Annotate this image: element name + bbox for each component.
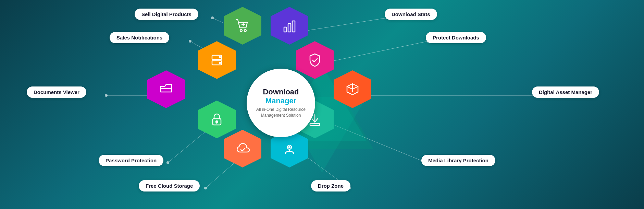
center-card: Download Manager All in-One Digital Reso… — [247, 69, 315, 137]
label-download-stats: Download Stats — [385, 9, 437, 20]
hex-folder — [147, 70, 185, 108]
svg-rect-34 — [292, 21, 295, 32]
label-digital-asset: Digital Asset Manager — [532, 86, 599, 98]
shield-icon — [307, 52, 323, 68]
label-protect-dl: Protect Downloads — [426, 32, 486, 43]
svg-line-6 — [332, 41, 428, 61]
cart-icon — [234, 18, 251, 34]
svg-rect-32 — [284, 27, 287, 32]
hex-cart — [224, 7, 261, 45]
svg-point-13 — [166, 161, 169, 164]
hex-storage — [198, 41, 236, 79]
svg-rect-33 — [288, 24, 291, 32]
svg-point-12 — [105, 94, 108, 97]
label-drop-zone: Drop Zone — [311, 180, 350, 191]
lock-icon — [209, 111, 225, 128]
label-free-cloud: Free Cloud Storage — [139, 180, 200, 191]
cloud-icon — [234, 140, 251, 157]
box-icon — [344, 81, 361, 97]
main-background: Download Manager All in-One Digital Reso… — [0, 0, 644, 209]
label-sell-digital: Sell Digital Products — [135, 9, 198, 20]
center-title-black: Download — [263, 88, 299, 96]
svg-rect-43 — [310, 124, 320, 126]
folder-icon — [158, 81, 174, 97]
hex-shield — [296, 41, 334, 79]
center-title-blue: Manager — [265, 96, 296, 105]
center-subtitle: All in-One Digital Resource Management S… — [247, 107, 315, 118]
label-sales-notif: Sales Notifications — [110, 32, 169, 43]
svg-point-45 — [289, 147, 290, 148]
hex-stats — [271, 7, 308, 45]
dropzone-icon — [281, 140, 298, 157]
hex-box — [334, 70, 371, 108]
svg-point-11 — [189, 40, 191, 43]
stats-icon — [281, 18, 298, 34]
svg-point-37 — [219, 57, 221, 58]
label-docs-viewer: Documents Viewer — [27, 86, 86, 98]
label-password-prot: Password Protection — [99, 155, 163, 166]
label-media-lib: Media Library Protection — [421, 155, 495, 166]
storage-icon — [209, 52, 225, 68]
center-title: Download Manager — [247, 88, 315, 105]
svg-point-31 — [244, 30, 246, 32]
svg-point-38 — [219, 62, 221, 63]
svg-point-10 — [211, 16, 214, 19]
svg-point-14 — [204, 187, 207, 189]
svg-line-5 — [305, 18, 387, 31]
svg-point-30 — [240, 30, 242, 32]
hex-cloud — [224, 130, 261, 167]
